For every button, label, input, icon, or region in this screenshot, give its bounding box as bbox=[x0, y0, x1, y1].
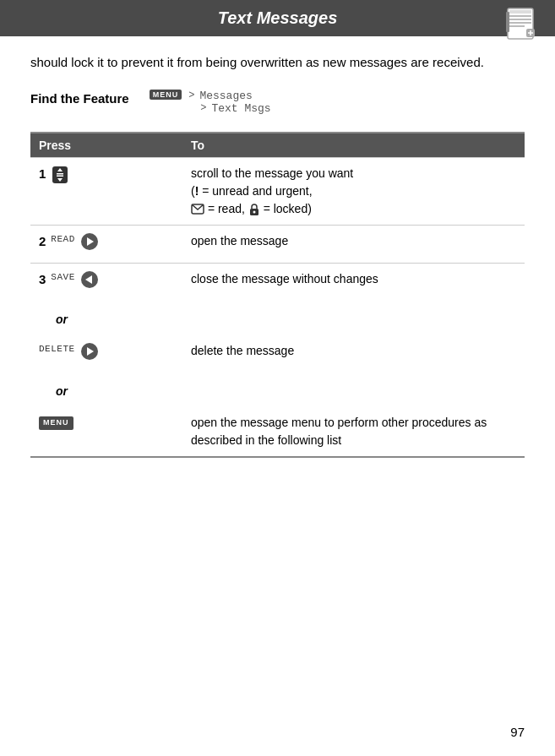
row-number-1: 1 bbox=[39, 165, 46, 184]
svg-rect-5 bbox=[509, 25, 525, 27]
find-feature-nav: > Messages > Text Msgs bbox=[188, 90, 270, 115]
or-text-1: or bbox=[39, 311, 174, 329]
menu-badge: MENU bbox=[150, 90, 182, 100]
description-cell-2: open the message bbox=[182, 225, 525, 263]
svg-rect-3 bbox=[509, 19, 531, 20]
svg-rect-13 bbox=[57, 173, 63, 175]
table-row: 2 READ open the message bbox=[30, 225, 525, 263]
intro-text: should lock it to prevent it from being … bbox=[30, 53, 525, 73]
left-arrow-button bbox=[80, 270, 99, 294]
table-row: 3 SAVE close the message without changes bbox=[30, 263, 525, 301]
delete-label: DELETE bbox=[39, 342, 75, 356]
description-cell-3: close the message without changes bbox=[182, 263, 525, 301]
press-content-delete: DELETE bbox=[39, 342, 174, 366]
table-row-delete: DELETE delete the message bbox=[30, 335, 525, 373]
row-number-3: 3 bbox=[39, 270, 46, 290]
svg-rect-9 bbox=[506, 12, 509, 32]
page-content: should lock it to prevent it from being … bbox=[0, 36, 555, 475]
svg-rect-14 bbox=[57, 175, 63, 177]
th-to: To bbox=[182, 133, 525, 158]
svg-point-17 bbox=[253, 210, 255, 213]
notebook-icon bbox=[503, 5, 541, 44]
press-cell-or1: or bbox=[30, 301, 182, 335]
row-number-2: 2 bbox=[39, 232, 46, 252]
table-row: 1 scroll to the mess bbox=[30, 157, 525, 225]
or-text-2: or bbox=[39, 383, 174, 400]
save-label: SAVE bbox=[51, 270, 74, 285]
find-feature-label: Find the Feature bbox=[30, 90, 129, 106]
nav-line-1: > Messages bbox=[188, 90, 270, 102]
header-title: Text Messages bbox=[218, 8, 338, 28]
press-cell-2: 2 READ bbox=[30, 225, 182, 263]
press-cell-or2: or bbox=[30, 373, 182, 407]
page-header: Text Messages bbox=[0, 0, 555, 36]
table-row-menu: MENU open the message menu to perform ot… bbox=[30, 407, 525, 457]
right-arrow-button-2 bbox=[80, 342, 99, 366]
press-cell-menu: MENU bbox=[30, 407, 182, 457]
press-table: Press To 1 bbox=[30, 132, 525, 458]
read-symbol bbox=[191, 202, 208, 215]
right-arrow-button bbox=[80, 232, 99, 256]
table-header-row: Press To bbox=[30, 133, 525, 158]
empty-cell-2 bbox=[182, 373, 525, 407]
empty-cell-1 bbox=[182, 301, 525, 335]
description-cell-delete: delete the message bbox=[182, 335, 525, 373]
read-label: READ bbox=[51, 232, 74, 247]
page-number: 97 bbox=[510, 725, 525, 739]
press-cell-1: 1 bbox=[30, 157, 182, 225]
th-press: Press bbox=[30, 133, 182, 158]
press-cell-3: 3 SAVE bbox=[30, 263, 182, 301]
description-cell-menu: open the message menu to perform other p… bbox=[182, 407, 525, 457]
press-cell-delete: DELETE bbox=[30, 335, 182, 373]
nav-text-2: Text Msgs bbox=[211, 102, 270, 115]
table-row-or1: or bbox=[30, 301, 525, 335]
menu-badge-inline: MENU bbox=[39, 416, 73, 430]
lock-symbol bbox=[248, 202, 264, 215]
table-row-or2: or bbox=[30, 373, 525, 407]
nav-arrow-2: > bbox=[188, 102, 206, 114]
press-content-3: 3 SAVE bbox=[39, 270, 174, 294]
nav-arrow-1: > bbox=[188, 90, 194, 101]
scroll-icon bbox=[51, 165, 69, 190]
find-feature-section: Find the Feature MENU > Messages > Text … bbox=[30, 90, 525, 115]
press-content-2: 2 READ bbox=[39, 232, 174, 256]
nav-line-2: > Text Msgs bbox=[188, 102, 270, 115]
unread-symbol: ! bbox=[195, 184, 199, 198]
svg-rect-2 bbox=[509, 15, 531, 17]
press-content-1: 1 bbox=[39, 165, 174, 190]
nav-text-1: Messages bbox=[199, 90, 252, 102]
svg-rect-4 bbox=[509, 22, 531, 24]
description-cell-1: scroll to the message you want (! = unre… bbox=[182, 157, 525, 225]
svg-rect-1 bbox=[509, 10, 531, 14]
